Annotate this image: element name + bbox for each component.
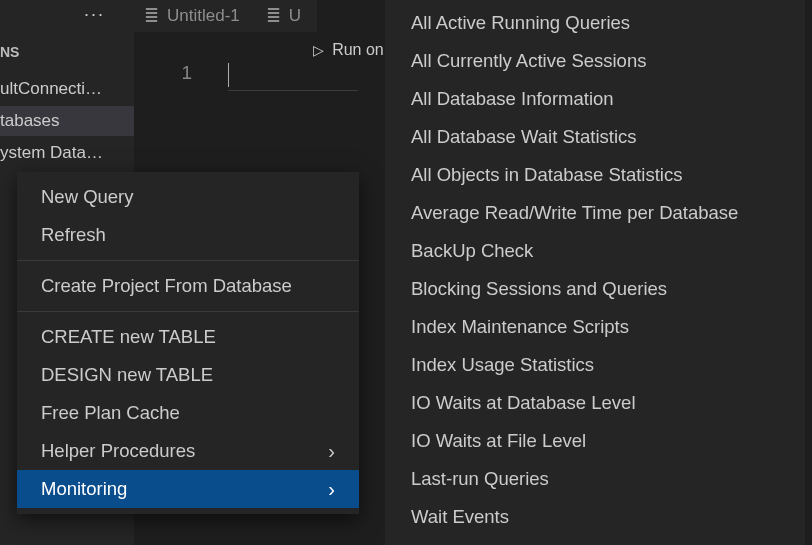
submenu-item[interactable]: Average Read/Write Time per Database xyxy=(385,194,805,232)
submenu-item[interactable]: Blocking Sessions and Queries xyxy=(385,270,805,308)
menu-label: New Query xyxy=(41,186,134,208)
menu-free-plan-cache[interactable]: Free Plan Cache xyxy=(17,394,359,432)
menu-label: Refresh xyxy=(41,224,106,246)
menu-separator xyxy=(17,260,359,261)
file-icon: ≣ xyxy=(266,5,281,27)
tab-untitled-1[interactable]: ≣ Untitled-1 xyxy=(134,0,256,32)
tree-item-databases[interactable]: tabases xyxy=(0,106,134,136)
menu-label: DESIGN new TABLE xyxy=(41,364,213,386)
tree-item-connection[interactable]: ultConnecti… xyxy=(0,74,134,104)
tab-untitled-2[interactable]: ≣ U xyxy=(256,0,317,32)
submenu-item[interactable]: Last-run Queries xyxy=(385,460,805,498)
menu-label: Index Usage Statistics xyxy=(411,354,594,376)
submenu-item[interactable]: Index Usage Statistics xyxy=(385,346,805,384)
menu-label: All Database Information xyxy=(411,88,614,110)
submenu-item[interactable]: All Database Information xyxy=(385,80,805,118)
tree-label: ystem Data… xyxy=(0,143,103,163)
sidebar-section-header: NS xyxy=(0,44,19,60)
submenu-item[interactable]: All Currently Active Sessions xyxy=(385,42,805,80)
menu-label: IO Waits at File Level xyxy=(411,430,586,452)
tree-item-system-data[interactable]: ystem Data… xyxy=(0,138,134,168)
menu-helper-procedures[interactable]: Helper Procedures › xyxy=(17,432,359,470)
tree-label: tabases xyxy=(0,111,60,131)
submenu-item[interactable]: Wait Events xyxy=(385,498,805,536)
menu-label: BackUp Check xyxy=(411,240,533,262)
file-icon: ≣ xyxy=(144,5,159,27)
submenu-item[interactable]: IO Waits at Database Level xyxy=(385,384,805,422)
tree-label: ultConnecti… xyxy=(0,79,102,99)
menu-label: Index Maintenance Scripts xyxy=(411,316,629,338)
menu-label: CREATE new TABLE xyxy=(41,326,216,348)
menu-label: Blocking Sessions and Queries xyxy=(411,278,667,300)
submenu-item[interactable]: All Database Wait Statistics xyxy=(385,118,805,156)
menu-create-project[interactable]: Create Project From Database xyxy=(17,267,359,305)
menu-label: Monitoring xyxy=(41,478,127,500)
more-icon[interactable]: ··· xyxy=(84,4,105,25)
menu-label: Create Project From Database xyxy=(41,275,292,297)
chevron-right-icon: › xyxy=(328,478,335,501)
menu-label: All Currently Active Sessions xyxy=(411,50,646,72)
menu-label: Helper Procedures xyxy=(41,440,195,462)
menu-monitoring[interactable]: Monitoring › xyxy=(17,470,359,508)
menu-label: Last-run Queries xyxy=(411,468,549,490)
submenu-item[interactable]: All Active Running Queries xyxy=(385,4,805,42)
text-cursor xyxy=(228,63,229,87)
editor-line[interactable] xyxy=(228,65,358,91)
menu-separator xyxy=(17,311,359,312)
menu-label: Wait Events xyxy=(411,506,509,528)
play-icon: ▷ xyxy=(313,42,324,58)
tab-label: Untitled-1 xyxy=(167,6,240,26)
line-number: 1 xyxy=(150,62,210,92)
submenu-item[interactable]: All Objects in Database Statistics xyxy=(385,156,805,194)
menu-create-table[interactable]: CREATE new TABLE xyxy=(17,318,359,356)
menu-label: All Database Wait Statistics xyxy=(411,126,637,148)
submenu-item[interactable]: BackUp Check xyxy=(385,232,805,270)
submenu-item[interactable]: Index Maintenance Scripts xyxy=(385,308,805,346)
tab-label: U xyxy=(289,6,301,26)
chevron-right-icon: › xyxy=(328,440,335,463)
menu-new-query[interactable]: New Query xyxy=(17,178,359,216)
tab-bar: ≣ Untitled-1 ≣ U xyxy=(134,0,317,32)
menu-label: All Objects in Database Statistics xyxy=(411,164,682,186)
menu-design-table[interactable]: DESIGN new TABLE xyxy=(17,356,359,394)
menu-label: IO Waits at Database Level xyxy=(411,392,636,414)
context-menu: New Query Refresh Create Project From Da… xyxy=(17,172,359,514)
menu-label: Average Read/Write Time per Database xyxy=(411,202,738,224)
menu-refresh[interactable]: Refresh xyxy=(17,216,359,254)
menu-label: Free Plan Cache xyxy=(41,402,180,424)
submenu-item[interactable]: IO Waits at File Level xyxy=(385,422,805,460)
menu-label: All Active Running Queries xyxy=(411,12,630,34)
submenu-monitoring: All Active Running Queries All Currently… xyxy=(385,0,805,545)
